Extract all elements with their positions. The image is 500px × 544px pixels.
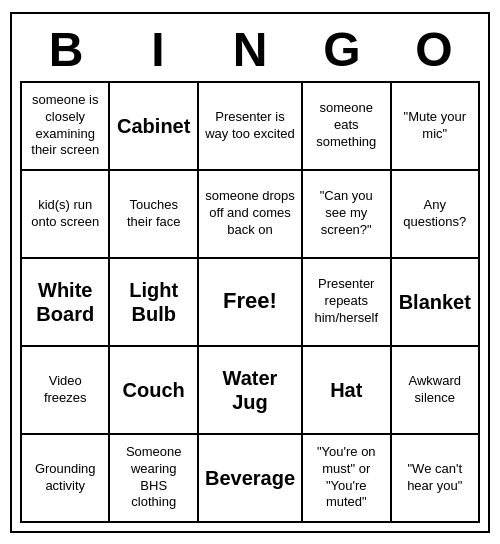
bingo-cell-20: Grounding activity [22,435,110,523]
bingo-cell-19: Awkward silence [392,347,480,435]
bingo-grid: someone is closely examining their scree… [20,81,480,523]
bingo-cell-17: Water Jug [199,347,303,435]
bingo-card: B I N G O someone is closely examining t… [10,12,490,533]
bingo-cell-6: Touches their face [110,171,198,259]
bingo-cell-0: someone is closely examining their scree… [22,83,110,171]
bingo-cell-16: Couch [110,347,198,435]
bingo-cell-23: "You're on must" or "You're muted" [303,435,391,523]
bingo-cell-5: kid(s) run onto screen [22,171,110,259]
bingo-cell-13: Presenter repeats him/herself [303,259,391,347]
bingo-cell-22: Beverage [199,435,303,523]
bingo-cell-14: Blanket [392,259,480,347]
letter-n: N [206,22,294,77]
bingo-cell-9: Any questions? [392,171,480,259]
bingo-cell-8: "Can you see my screen?" [303,171,391,259]
letter-i: I [114,22,202,77]
bingo-cell-3: someone eats something [303,83,391,171]
bingo-cell-11: Light Bulb [110,259,198,347]
letter-g: G [298,22,386,77]
bingo-cell-18: Hat [303,347,391,435]
bingo-cell-7: someone drops off and comes back on [199,171,303,259]
bingo-cell-10: White Board [22,259,110,347]
bingo-cell-2: Presenter is way too excited [199,83,303,171]
letter-b: B [22,22,110,77]
bingo-header: B I N G O [20,22,480,77]
bingo-cell-4: "Mute your mic" [392,83,480,171]
bingo-cell-21: Someone wearing BHS clothing [110,435,198,523]
bingo-cell-1: Cabinet [110,83,198,171]
letter-o: O [390,22,478,77]
bingo-cell-24: "We can't hear you" [392,435,480,523]
bingo-cell-15: Video freezes [22,347,110,435]
bingo-cell-12: Free! [199,259,303,347]
